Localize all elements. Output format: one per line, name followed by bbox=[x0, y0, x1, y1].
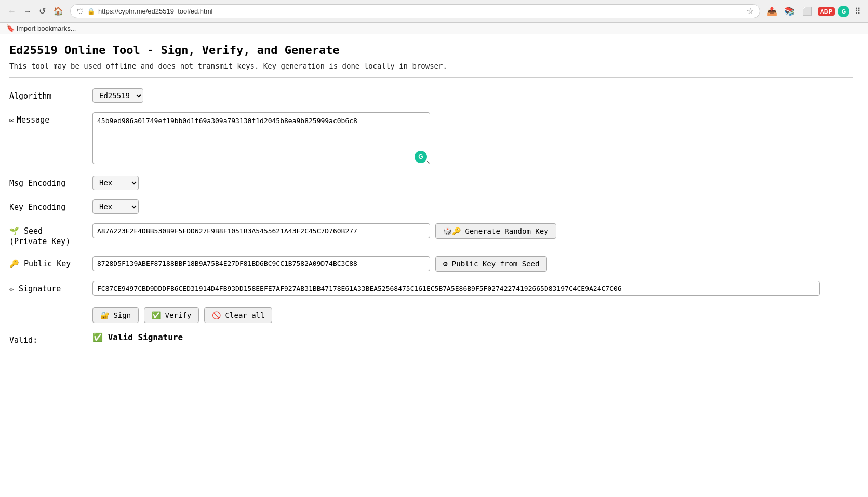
bookmarks-bar: 🔖 Import bookmarks... bbox=[0, 23, 868, 34]
signature-input[interactable] bbox=[92, 281, 820, 296]
grammarly-button[interactable]: G bbox=[838, 6, 849, 17]
key-encoding-input-cell: Hex Base64 bbox=[92, 199, 853, 214]
bookmarks-button[interactable]: 📚 bbox=[782, 5, 797, 17]
import-bookmarks-link[interactable]: 🔖 Import bookmarks... bbox=[6, 24, 76, 32]
shield-icon: 🛡 bbox=[77, 7, 84, 16]
verify-button[interactable]: ✅ Verify bbox=[144, 307, 199, 323]
message-textarea[interactable]: 45b9ed986a01749ef19bb0d1f69a309a793130f1… bbox=[92, 112, 430, 164]
signature-label: ✏️ Signature bbox=[9, 281, 92, 293]
algorithm-select[interactable]: Ed25519 bbox=[92, 88, 143, 103]
nav-buttons: ← → ↺ 🏠 bbox=[5, 5, 66, 17]
seed-input-cell: 🎲🔑 Generate Random Key bbox=[92, 223, 853, 239]
sign-button[interactable]: 🔐 Sign bbox=[92, 307, 139, 323]
form-grid: Algorithm Ed25519 ✉️ Message 45b9ed986a0… bbox=[9, 88, 853, 345]
address-bar[interactable]: 🛡 🔒 ☆ bbox=[70, 4, 760, 18]
signature-input-cell bbox=[92, 281, 853, 296]
extensions-button[interactable]: ⠿ bbox=[852, 5, 863, 17]
generate-random-key-button[interactable]: 🎲🔑 Generate Random Key bbox=[435, 223, 556, 239]
back-button[interactable]: ← bbox=[5, 6, 19, 17]
page-title: Ed25519 Online Tool - Sign, Verify, and … bbox=[9, 44, 853, 57]
clear-all-button[interactable]: 🚫 Clear all bbox=[204, 307, 272, 323]
divider bbox=[9, 77, 853, 78]
page-content: Ed25519 Online Tool - Sign, Verify, and … bbox=[0, 34, 862, 360]
public-key-label: 🔑 Public Key bbox=[9, 256, 92, 268]
message-textarea-wrapper: 45b9ed986a01749ef19bb0d1f69a309a793130f1… bbox=[92, 112, 430, 166]
seed-label: 🌱 Seed (Private Key) bbox=[9, 223, 92, 247]
algorithm-label: Algorithm bbox=[9, 88, 92, 101]
pocket-button[interactable]: 📥 bbox=[765, 5, 779, 17]
page-subtitle: This tool may be used offline and does n… bbox=[9, 62, 853, 70]
valid-row: ✅ Valid Signature bbox=[92, 332, 853, 342]
actions-row: 🔐 Sign ✅ Verify 🚫 Clear all bbox=[92, 305, 853, 323]
reload-button[interactable]: ↺ bbox=[36, 5, 48, 17]
home-button[interactable]: 🏠 bbox=[50, 5, 66, 17]
msg-encoding-input-cell: Hex UTF-8 Base64 bbox=[92, 176, 853, 190]
url-input[interactable] bbox=[98, 7, 743, 15]
msg-encoding-select[interactable]: Hex UTF-8 Base64 bbox=[92, 176, 139, 190]
public-key-input[interactable] bbox=[92, 256, 430, 271]
message-label: ✉️ Message bbox=[9, 112, 92, 125]
bookmark-star-icon[interactable]: ☆ bbox=[746, 6, 754, 16]
key-encoding-select[interactable]: Hex Base64 bbox=[92, 199, 139, 214]
adblock-button[interactable]: ABP bbox=[818, 7, 835, 16]
message-input-cell: 45b9ed986a01749ef19bb0d1f69a309a793130f1… bbox=[92, 112, 853, 166]
algorithm-input-cell: Ed25519 bbox=[92, 88, 853, 103]
browser-tools: 📥 📚 ⬜ ABP G ⠿ bbox=[765, 5, 863, 17]
valid-badge: ✅ Valid Signature bbox=[92, 332, 183, 342]
browser-chrome: ← → ↺ 🏠 🛡 🔒 ☆ 📥 📚 ⬜ ABP G ⠿ bbox=[0, 0, 868, 23]
tab-manager-button[interactable]: ⬜ bbox=[800, 5, 814, 17]
public-key-input-cell: ⚙️ Public Key from Seed bbox=[92, 256, 853, 272]
lock-icon: 🔒 bbox=[87, 8, 95, 15]
valid-label: Valid: bbox=[9, 332, 92, 345]
seed-input[interactable] bbox=[92, 223, 430, 238]
msg-encoding-label: Msg Encoding bbox=[9, 176, 92, 188]
forward-button[interactable]: → bbox=[21, 6, 34, 17]
public-key-from-seed-button[interactable]: ⚙️ Public Key from Seed bbox=[435, 256, 547, 272]
key-encoding-label: Key Encoding bbox=[9, 199, 92, 212]
